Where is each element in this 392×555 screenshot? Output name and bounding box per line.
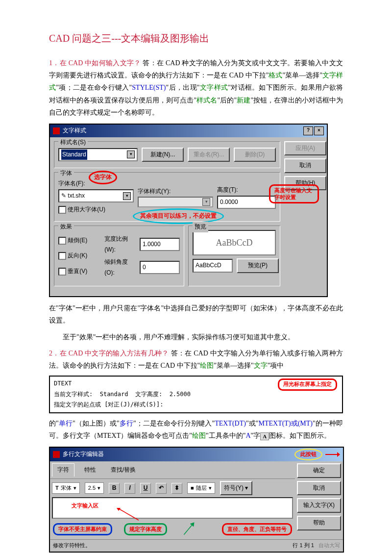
backward-checkbox[interactable] (58, 252, 66, 260)
callout-select-font: 选字体 (89, 171, 117, 184)
svg-marker-1 (337, 452, 340, 457)
new-button[interactable]: 新建(N)... (142, 148, 184, 162)
font-style-select[interactable]: ▾ (138, 197, 213, 207)
height-input[interactable]: 0.0000 (217, 196, 276, 209)
text-style-dialog: 文字样式 ? × 样式名(S) Standard▾ 新建(N)... 重命名(R… (49, 124, 328, 297)
help-button[interactable]: ? (303, 126, 313, 135)
tab-find[interactable]: 查找/替换 (106, 464, 141, 477)
text-input-area[interactable]: 文字输入区 (52, 497, 293, 519)
app-icon (53, 127, 60, 134)
svg-line-4 (184, 526, 192, 535)
dialog-title: 文字样式 (63, 126, 86, 136)
preview-group: 预览 AaBbCcD AaBbCcD 预览(P) (188, 226, 280, 286)
help-button[interactable]: 帮助 (297, 516, 341, 530)
svg-line-2 (119, 509, 139, 520)
callout-scroll: 字体不受主屏幕约束 (53, 523, 112, 535)
import-button[interactable]: 输入文字(X) (297, 498, 341, 513)
status-bar: 修改字符特性。 行 1 列 1 自动大写 (50, 539, 343, 552)
width-input[interactable]: 1.0000 (140, 238, 180, 252)
tab-char[interactable]: 字符 (52, 463, 74, 477)
layer-select[interactable]: ■ 随层 ▾ (187, 482, 215, 494)
callout-other-items: 其余项目可以练习，不必设置 (133, 208, 224, 224)
page-title: CAD 问题之三---文本编辑及图形输出 (49, 29, 343, 47)
callout-this-button: 此按钮 (294, 449, 322, 460)
chevron-down-icon: ▾ (123, 192, 131, 200)
apply-button[interactable]: 应用(A) (284, 141, 326, 156)
section1-text: 1．在 CAD 中如何输入文字？ 答：在 CAD 种文字的输入分为英文或中文文字… (49, 57, 343, 119)
section2-text: 2．在 CAD 中文字的输入方法有几种？ 答：在 CAD 中文字输入分为单行输入… (49, 347, 343, 372)
size-select[interactable]: 2.5 ▾ (85, 482, 104, 494)
dialog-titlebar: 文字样式 ? × (50, 125, 327, 137)
preview-display: AaBbCcD (193, 230, 276, 255)
callout-cursor: 用光标在屏幕上指定 (278, 378, 337, 390)
rename-button[interactable]: 重命名(R)... (188, 148, 230, 162)
callout-height: 规定字体高度 (124, 523, 167, 535)
font-name-select[interactable]: ✎ txt.shx▾ (58, 189, 134, 203)
delete-button[interactable]: 删除(D) (234, 148, 276, 162)
symbol-button[interactable]: 符号(Y) ▾ (220, 481, 252, 496)
tab-row: 字符 特性 查找/替换 (50, 461, 295, 479)
width-label: 宽度比例(W): (104, 234, 136, 255)
oblique-input[interactable]: 0 (140, 261, 180, 275)
preview-input[interactable]: AaBbCcD (193, 259, 233, 273)
chevron-down-icon: ▾ (127, 151, 135, 158)
oblique-label: 倾斜角度(O): (104, 257, 136, 278)
stack-button[interactable]: ⬍ (172, 483, 182, 494)
preview-button[interactable]: 预览(P) (237, 258, 279, 273)
status-right: 自动大写 (318, 542, 340, 548)
command-line-box: DTEXT 当前文字样式: Standard 文字高度: 2.5000 指定文字… (49, 376, 343, 413)
style-group: 样式名(S) Standard▾ 新建(N)... 重命名(R)... 删除(D… (54, 141, 280, 169)
font-group: 字体 选字体 字体名(F): ✎ txt.shx▾ 使用大字体(U) 字体样式(… (54, 172, 280, 222)
status-mid: 行 1 列 1 (293, 542, 314, 548)
upside-checkbox[interactable] (58, 237, 66, 245)
underline-button[interactable]: U (140, 483, 151, 494)
arrow-icon (325, 451, 340, 458)
arrow-icon (177, 517, 201, 541)
undo-button[interactable]: ↶ (156, 483, 167, 494)
font-select[interactable]: T 宋体 ▾ (52, 482, 80, 494)
arrow-icon (117, 508, 141, 523)
para-after-dialog1: 在"字体"一栏中，用户只需在"字体名"中选择自己爱好的字型即可（如宋体），字体高… (49, 302, 343, 327)
toolbar: T 宋体 ▾ 2.5 ▾ B I U ↶ ⬍ ■ 随层 ▾ 符号(Y) ▾ (50, 479, 295, 498)
mtext-editor-dialog: 多行文字编辑器 此按钮 字符 特性 查找/替换 T 宋体 ▾ 2.5 ▾ B I… (49, 447, 344, 553)
callout-height: 高度可在输入文字时设置 (269, 184, 319, 203)
cancel-button[interactable]: 取消 (297, 481, 341, 496)
chevron-down-icon: ▾ (202, 198, 210, 206)
bold-button[interactable]: B (109, 483, 120, 494)
para-after-dialog1b: 至于"效果"一栏中的各项，用户不难理解，实际操作练习便可知道其中意义。 (49, 331, 343, 343)
app-icon (53, 451, 60, 458)
group-label: 样式名(S) (58, 137, 88, 148)
height-label: 高度(T): (217, 185, 276, 196)
effect-group: 效果 颠倒(E) 反向(K) 垂直(V) 宽度比例(W):1.0000 倾斜角度… (54, 226, 184, 286)
group-label: 字体 (58, 168, 74, 179)
callout-input-area: 文字输入区 (68, 501, 102, 510)
dialog-titlebar: 多行文字编辑器 此按钮 (50, 448, 343, 461)
para-after-cmd: 的"单行"（如上图）或"多行"；二是在命令行分别键入"TEXT(DT)"或"MT… (49, 417, 343, 442)
callout-symbol: 直径、角度、正负等符号 (222, 523, 292, 535)
cancel-button[interactable]: 取消 (284, 158, 326, 173)
group-label: 效果 (58, 222, 74, 232)
tab-prop[interactable]: 特性 (79, 464, 101, 477)
status-left: 修改字符特性。 (53, 541, 91, 551)
italic-button[interactable]: I (124, 483, 135, 494)
bigfont-checkbox[interactable] (58, 206, 66, 214)
dialog-title: 多行文字编辑器 (63, 449, 104, 460)
a-icon: A (260, 432, 269, 440)
close-button[interactable]: × (314, 126, 324, 135)
ok-button[interactable]: 确定 (297, 463, 341, 478)
font-style-label: 字体样式(Y): (138, 186, 213, 197)
vertical-checkbox[interactable] (58, 268, 66, 276)
group-label: 预览 (193, 222, 208, 232)
style-select[interactable]: Standard▾ (58, 148, 138, 162)
